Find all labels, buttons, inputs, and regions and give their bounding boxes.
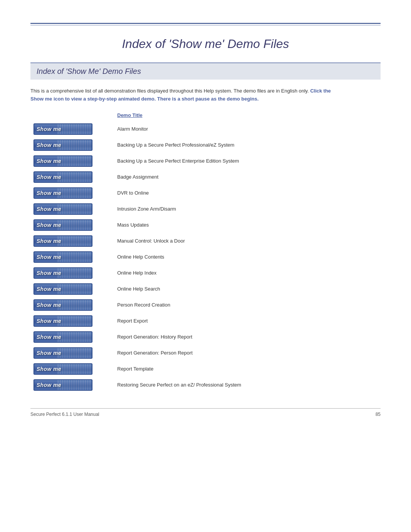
- table-row: Show mePerson Record Creation: [30, 297, 381, 313]
- top-border: [30, 23, 381, 26]
- show-me-button-label: Show me: [37, 142, 61, 148]
- footer-right: 85: [376, 412, 381, 417]
- btn-stripes-decoration: [57, 220, 92, 230]
- show-me-button[interactable]: Show me: [33, 363, 92, 375]
- demo-title-cell: Report Generation: Person Report: [114, 345, 381, 361]
- show-me-button[interactable]: Show me: [33, 251, 92, 263]
- btn-column-header: [30, 111, 114, 121]
- demo-title-cell: Person Record Creation: [114, 297, 381, 313]
- show-me-cell: Show me: [30, 361, 114, 377]
- show-me-button[interactable]: Show me: [33, 123, 92, 135]
- show-me-button[interactable]: Show me: [33, 299, 92, 311]
- show-me-button[interactable]: Show me: [33, 267, 92, 279]
- show-me-button[interactable]: Show me: [33, 219, 92, 231]
- btn-stripes-decoration: [57, 236, 92, 246]
- table-row: Show meReport Generation: Person Report: [30, 345, 381, 361]
- show-me-button[interactable]: Show me: [33, 139, 92, 151]
- main-title: Index of 'Show me' Demo Files: [30, 37, 381, 51]
- description: This is a comprehensive list of all demo…: [30, 87, 342, 103]
- demo-title-cell: Online Help Contents: [114, 249, 381, 265]
- btn-stripes-decoration: [57, 124, 92, 134]
- demo-title-cell: Intrusion Zone Arm/Disarm: [114, 201, 381, 217]
- table-row: Show meOnline Help Contents: [30, 249, 381, 265]
- btn-stripes-decoration: [57, 348, 92, 358]
- demo-table: Demo Title Show meAlarm MonitorShow meBa…: [30, 111, 381, 393]
- show-me-button-label: Show me: [37, 126, 61, 132]
- table-row: Show meBacking Up a Secure Perfect Profe…: [30, 137, 381, 153]
- show-me-cell: Show me: [30, 297, 114, 313]
- show-me-button[interactable]: Show me: [33, 283, 92, 295]
- table-row: Show meManual Control: Unlock a Door: [30, 233, 381, 249]
- show-me-button-label: Show me: [37, 286, 61, 292]
- demo-title-cell: Backing Up a Secure Perfect Professional…: [114, 137, 381, 153]
- show-me-cell: Show me: [30, 313, 114, 329]
- table-header-row: Demo Title: [30, 111, 381, 121]
- show-me-button-label: Show me: [37, 270, 61, 276]
- show-me-cell: Show me: [30, 137, 114, 153]
- show-me-cell: Show me: [30, 329, 114, 345]
- show-me-button-label: Show me: [37, 238, 61, 244]
- show-me-cell: Show me: [30, 185, 114, 201]
- show-me-cell: Show me: [30, 377, 114, 393]
- bottom-border: [30, 408, 381, 412]
- show-me-cell: Show me: [30, 345, 114, 361]
- btn-stripes-decoration: [57, 316, 92, 326]
- show-me-button[interactable]: Show me: [33, 347, 92, 359]
- demo-title-cell: Online Help Search: [114, 281, 381, 297]
- show-me-button[interactable]: Show me: [33, 315, 92, 327]
- table-row: Show meDVR to Online: [30, 185, 381, 201]
- show-me-button[interactable]: Show me: [33, 203, 92, 215]
- show-me-button[interactable]: Show me: [33, 155, 92, 167]
- description-normal: This is a comprehensive list of all demo…: [30, 88, 309, 94]
- show-me-cell: Show me: [30, 169, 114, 185]
- demo-title-cell: Report Export: [114, 313, 381, 329]
- btn-stripes-decoration: [57, 156, 92, 166]
- btn-stripes-decoration: [57, 380, 92, 390]
- btn-stripes-decoration: [57, 252, 92, 262]
- show-me-button-label: Show me: [37, 174, 61, 180]
- show-me-button-label: Show me: [37, 334, 61, 340]
- demo-title-cell: Alarm Monitor: [114, 121, 381, 137]
- show-me-button-label: Show me: [37, 302, 61, 308]
- btn-stripes-decoration: [57, 172, 92, 182]
- btn-stripes-decoration: [57, 268, 92, 278]
- show-me-button-label: Show me: [37, 222, 61, 228]
- show-me-button-label: Show me: [37, 206, 61, 212]
- demo-title-cell: Report Template: [114, 361, 381, 377]
- demo-title-cell: Mass Updates: [114, 217, 381, 233]
- section-heading: Index of 'Show Me' Demo Files: [37, 67, 374, 76]
- demo-title-cell: Restoring Secure Perfect on an eZ/ Profe…: [114, 377, 381, 393]
- demo-title-cell: Backing Up a Secure Perfect Enterprise E…: [114, 153, 381, 169]
- table-row: Show meAlarm Monitor: [30, 121, 381, 137]
- show-me-cell: Show me: [30, 249, 114, 265]
- btn-stripes-decoration: [57, 364, 92, 374]
- show-me-button[interactable]: Show me: [33, 171, 92, 183]
- show-me-button-label: Show me: [37, 158, 61, 164]
- show-me-cell: Show me: [30, 217, 114, 233]
- show-me-button-label: Show me: [37, 382, 61, 388]
- table-row: Show meReport Template: [30, 361, 381, 377]
- show-me-cell: Show me: [30, 233, 114, 249]
- demo-title-cell: Online Help Index: [114, 265, 381, 281]
- show-me-cell: Show me: [30, 153, 114, 169]
- show-me-button[interactable]: Show me: [33, 235, 92, 247]
- demo-title-cell: DVR to Online: [114, 185, 381, 201]
- title-column-header: Demo Title: [114, 111, 381, 121]
- show-me-cell: Show me: [30, 121, 114, 137]
- show-me-button[interactable]: Show me: [33, 331, 92, 343]
- table-row: Show meMass Updates: [30, 217, 381, 233]
- footer: Secure Perfect 6.1.1 User Manual 85: [30, 412, 381, 417]
- show-me-button[interactable]: Show me: [33, 379, 92, 391]
- btn-stripes-decoration: [57, 300, 92, 310]
- table-row: Show meRestoring Secure Perfect on an eZ…: [30, 377, 381, 393]
- btn-stripes-decoration: [57, 284, 92, 294]
- btn-stripes-decoration: [57, 204, 92, 214]
- table-row: Show meBacking Up a Secure Perfect Enter…: [30, 153, 381, 169]
- btn-stripes-decoration: [57, 332, 92, 342]
- demo-title-cell: Badge Assignment: [114, 169, 381, 185]
- show-me-button-label: Show me: [37, 190, 61, 196]
- table-row: Show meOnline Help Search: [30, 281, 381, 297]
- table-row: Show meReport Generation: History Report: [30, 329, 381, 345]
- section-heading-bar: Index of 'Show Me' Demo Files: [30, 62, 381, 80]
- show-me-button[interactable]: Show me: [33, 187, 92, 199]
